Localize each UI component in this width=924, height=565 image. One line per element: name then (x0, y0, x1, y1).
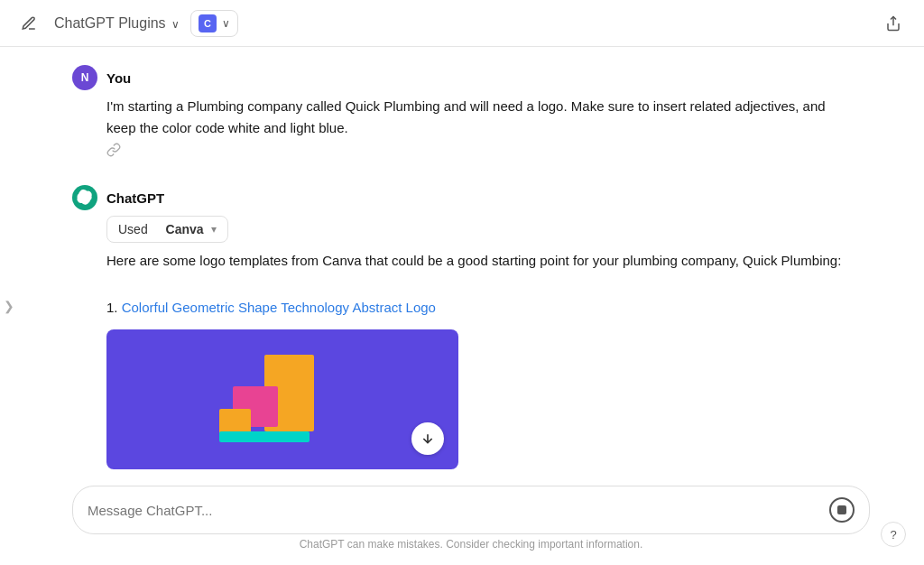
chatgpt-sender-name: ChatGPT (106, 190, 164, 206)
input-area: ChatGPT can make mistakes. Consider chec… (18, 475, 924, 565)
chatgpt-message: ChatGPT Used Canva ▾ Here are some logo … (72, 185, 852, 469)
download-button[interactable] (411, 422, 444, 455)
help-label: ? (890, 528, 896, 542)
plugin-dropdown-chevron-icon: ▾ (211, 223, 217, 236)
shape-teal (219, 431, 310, 442)
plugin-chevron-icon: ∨ (222, 17, 230, 30)
header-left: ChatGPT Plugins ∨ C ∨ (14, 9, 238, 38)
share-button[interactable] (877, 7, 910, 40)
stop-button[interactable] (829, 497, 855, 523)
user-message-header: N You (72, 65, 852, 90)
main-content: ❯ N You I'm starting a Plumbing company … (0, 47, 924, 565)
chatgpt-message-body: Used Canva ▾ Here are some logo template… (106, 216, 852, 469)
plugins-label: Plugins (118, 15, 165, 31)
stop-icon (837, 505, 846, 514)
footer-disclaimer: ChatGPT can make mistakes. Consider chec… (72, 534, 870, 558)
plugin-icon: C (199, 14, 217, 32)
header-title-group: ChatGPT Plugins ∨ (54, 15, 180, 32)
help-button[interactable]: ? (881, 522, 906, 547)
list-item: Colorful Geometric Shape Technology Abst… (106, 297, 852, 319)
user-message-body: I'm starting a Plumbing company called Q… (106, 96, 852, 163)
logo-preview-image (106, 329, 458, 469)
app-title: ChatGPT Plugins ∨ (54, 15, 180, 31)
message-input-box (72, 486, 870, 534)
chat-area: N You I'm starting a Plumbing company ca… (18, 47, 924, 475)
header-chevron-icon[interactable]: ∨ (171, 18, 180, 31)
chatgpt-avatar (72, 185, 97, 210)
plugin-used-label: Used (118, 222, 148, 236)
new-chat-button[interactable] (14, 9, 43, 38)
chatgpt-intro-text: Here are some logo templates from Canva … (106, 253, 841, 268)
logo-link-1[interactable]: Colorful Geometric Shape Technology Abst… (122, 300, 436, 315)
chatgpt-message-header: ChatGPT (72, 185, 852, 210)
user-sender-name: You (106, 70, 131, 86)
header: ChatGPT Plugins ∨ C ∨ (0, 0, 924, 47)
sidebar-toggle-icon: ❯ (4, 299, 14, 313)
chatgpt-label: ChatGPT (54, 15, 115, 31)
logo-list: Colorful Geometric Shape Technology Abst… (106, 297, 852, 319)
user-avatar: N (72, 65, 97, 90)
logo-shapes (210, 355, 355, 445)
message-input[interactable] (88, 503, 822, 518)
user-message: N You I'm starting a Plumbing company ca… (72, 65, 852, 163)
sidebar-toggle[interactable]: ❯ (0, 47, 18, 565)
used-plugin-button[interactable]: Used Canva ▾ (106, 216, 228, 243)
plugin-name-label: Canva (166, 222, 204, 236)
message-link-icon[interactable] (106, 143, 121, 162)
plugin-selector[interactable]: C ∨ (190, 10, 238, 37)
user-message-text: I'm starting a Plumbing company called Q… (106, 98, 826, 135)
